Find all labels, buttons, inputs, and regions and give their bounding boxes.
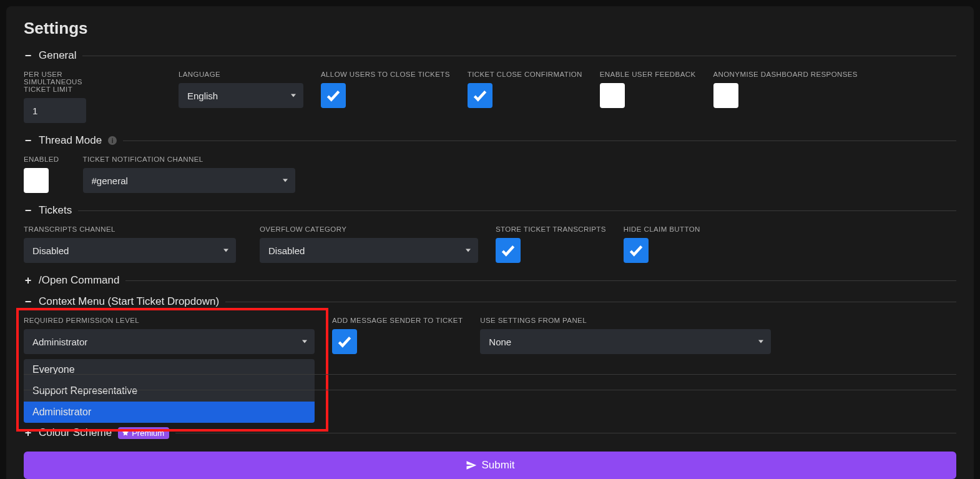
section-general-title: General (39, 49, 76, 62)
section-hidden-a[interactable] (24, 374, 956, 375)
section-hidden-b[interactable] (24, 390, 956, 390)
check-icon (500, 242, 516, 259)
premium-badge: Premium (118, 427, 169, 439)
thread-enabled-label: ENABLED (24, 156, 59, 163)
divider (78, 210, 956, 211)
check-icon (472, 87, 488, 104)
expand-icon: + (24, 428, 32, 437)
add-sender-label: ADD MESSAGE SENDER TO TICKET (332, 317, 463, 324)
transcripts-label: TRANSCRIPTS CHANNEL (24, 225, 236, 233)
submit-button[interactable]: Submit (24, 452, 956, 479)
collapse-icon: − (24, 136, 32, 145)
divider (225, 302, 956, 302)
close-confirm-checkbox[interactable] (468, 83, 492, 108)
collapse-icon: − (24, 206, 32, 215)
ticket-limit-input[interactable] (24, 98, 86, 123)
submit-label: Submit (482, 459, 515, 472)
store-transcripts-label: STORE TICKET TRANSCRIPTS (496, 225, 606, 233)
allow-close-label: ALLOW USERS TO CLOSE TICKETS (321, 71, 450, 78)
page-title: Settings (24, 19, 956, 38)
store-transcripts-checkbox[interactable] (496, 238, 521, 263)
allow-close-checkbox[interactable] (321, 83, 346, 108)
feedback-label: ENABLE USER FEEDBACK (600, 71, 696, 78)
divider (175, 433, 956, 433)
close-confirm-label: TICKET CLOSE CONFIRMATION (468, 71, 582, 78)
check-icon (628, 242, 644, 259)
section-open-command-title: /Open Command (39, 274, 119, 287)
add-sender-checkbox[interactable] (332, 329, 357, 354)
perm-level-select[interactable]: Administrator (24, 329, 315, 354)
premium-badge-text: Premium (132, 428, 164, 438)
section-colour-header[interactable]: + Colour Scheme Premium (24, 427, 956, 439)
collapse-icon: − (24, 297, 32, 306)
check-icon (325, 87, 341, 104)
section-tickets-header[interactable]: − Tickets (24, 204, 956, 217)
language-select[interactable]: English (179, 83, 303, 108)
hide-claim-checkbox[interactable] (624, 238, 649, 263)
notif-channel-label: TICKET NOTIFICATION CHANNEL (83, 156, 295, 163)
thread-enabled-checkbox[interactable] (24, 168, 49, 193)
expand-icon: + (24, 276, 32, 285)
feedback-checkbox[interactable] (600, 83, 625, 108)
info-icon[interactable]: i (108, 136, 117, 145)
divider (24, 390, 956, 390)
section-open-command-header[interactable]: + /Open Command (24, 274, 956, 287)
divider (125, 280, 956, 281)
perm-level-label: REQUIRED PERMISSION LEVEL (24, 317, 315, 324)
section-tickets-title: Tickets (39, 204, 72, 217)
ticket-limit-label: PER USER SIMULTANEOUS TICKET LIMIT (24, 71, 86, 93)
premium-icon (122, 429, 129, 437)
section-colour-title: Colour Scheme (39, 427, 112, 439)
anonymise-label: ANONYMISE DASHBOARD RESPONSES (713, 71, 858, 78)
section-thread-title: Thread Mode (39, 134, 102, 147)
divider (123, 141, 956, 141)
overflow-label: OVERFLOW CATEGORY (260, 225, 478, 233)
hide-claim-label: HIDE CLAIM BUTTON (624, 225, 700, 233)
section-context-title: Context Menu (Start Ticket Dropdown) (39, 295, 219, 308)
overflow-select[interactable]: Disabled (260, 238, 478, 263)
panel-settings-label: USE SETTINGS FROM PANEL (480, 317, 771, 324)
divider (82, 56, 956, 56)
collapse-icon: − (24, 51, 32, 60)
divider (24, 374, 956, 375)
section-general-header[interactable]: − General (24, 49, 956, 62)
send-icon (466, 460, 477, 471)
transcripts-select[interactable]: Disabled (24, 238, 236, 263)
panel-settings-select[interactable]: None (480, 329, 771, 354)
section-thread-header[interactable]: − Thread Mode i (24, 134, 956, 147)
language-label: LANGUAGE (179, 71, 303, 78)
perm-option-admin[interactable]: Administrator (24, 402, 315, 423)
check-icon (336, 333, 353, 350)
anonymise-checkbox[interactable] (713, 83, 738, 108)
notif-channel-select[interactable]: #general (83, 168, 295, 193)
section-context-header[interactable]: − Context Menu (Start Ticket Dropdown) (24, 295, 956, 308)
